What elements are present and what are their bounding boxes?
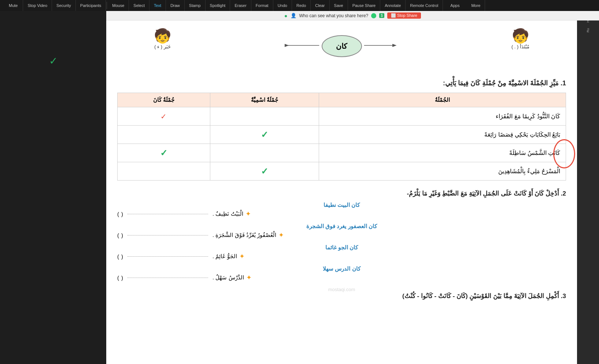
fill-paren-close-3: ) xyxy=(117,275,119,281)
more-label: More xyxy=(471,3,480,8)
security-button[interactable]: Security xyxy=(52,0,76,11)
format-label: Format xyxy=(256,3,269,8)
section2-rows: كان البيت نطيفا✦الْبَيْتُ نَظِيفٌ .()كان… xyxy=(117,202,566,282)
table-row: بَائِعُ الحِكَايَاتِ يَحْكِي قِصَصًا رَا… xyxy=(118,126,566,144)
fill-text-1: الْعُصْفُورُ يُغَرِّدُ فَوْقَ الشَّجَرَة… xyxy=(212,232,276,238)
table-cell-nominal xyxy=(210,144,319,162)
main-content: 🧒 مُبْتَدَأ ( . ) كان 🧒 خَبَر ( ء ) 1. م… xyxy=(106,21,577,364)
figure-right: 🧒 مُبْتَدَأ ( . ) xyxy=(511,28,529,49)
right-sidebar-ru: Ru xyxy=(586,28,590,33)
fill-paren-close-0: ) xyxy=(117,211,119,217)
plus-icon-2: ✦ xyxy=(239,252,245,260)
fill-text-0: الْبَيْتُ نَظِيفٌ . xyxy=(212,211,243,217)
stop-video-button[interactable]: Stop Video xyxy=(23,0,52,11)
text-button[interactable]: Text xyxy=(149,0,166,11)
fill-answer-0: كان البيت نطيفا xyxy=(117,202,566,208)
fill-paren-2: ( xyxy=(121,253,123,260)
spotlight-label: Spotlight xyxy=(210,3,226,8)
label-right: مُبْتَدَأ ( . ) xyxy=(511,44,529,49)
table-cell-sentence: كَانَتِ الشَّمْسُ سَاطِلَةً xyxy=(319,144,566,162)
mute-button[interactable]: Mute xyxy=(4,0,23,11)
table-cell-nominal: ✓ xyxy=(210,126,319,144)
undo-button[interactable]: Undo xyxy=(273,0,292,11)
apps-button[interactable]: Apps xyxy=(443,0,467,11)
stamp-label: Stamp xyxy=(189,3,201,8)
table-cell-sentence: الْمَسْرَحُ مَلِيءٌ بِالْمُشَاهِدِينَ xyxy=(319,162,566,181)
fill-text-2: الجَوُّ غَائِمٌ . xyxy=(212,253,237,260)
table-row: الْمَسْرَحُ مَلِيءٌ بِالْمُشَاهِدِينَ✓ xyxy=(118,162,566,181)
fill-dots-0 xyxy=(127,214,208,214)
annotate-button[interactable]: Annotate xyxy=(380,0,406,11)
text-label: Text xyxy=(154,3,161,8)
table-cell-kana: ✓ xyxy=(118,144,210,162)
table-cell-kana: ✓ xyxy=(118,107,210,126)
fill-dots-2 xyxy=(127,256,208,257)
fill-original-1: ✦الْعُصْفُورُ يُغَرِّدُ فَوْقَ الشَّجَرَ… xyxy=(117,231,566,239)
pause-share-label: Pause Share xyxy=(352,3,376,8)
fill-original-2: ✦الجَوُّ غَائِمٌ .() xyxy=(117,252,566,260)
table-cell-sentence: بَائِعُ الحِكَايَاتِ يَحْكِي قِصَصًا رَا… xyxy=(319,126,566,144)
stop-share-button[interactable]: ⬜ Stop Share xyxy=(387,12,421,19)
plus-icon-3: ✦ xyxy=(246,274,252,282)
watermark: mostaqi.com xyxy=(117,287,566,292)
redo-button[interactable]: Redo xyxy=(292,0,311,11)
pause-share-button[interactable]: Pause Share xyxy=(348,0,381,11)
annotate-label: Annotate xyxy=(385,3,401,8)
left-sidebar: ✓ xyxy=(0,11,106,364)
fill-paren-close-2: ) xyxy=(117,253,119,260)
fill-paren-1: ( xyxy=(121,232,123,238)
remote-control-label: Remote Control xyxy=(410,3,438,8)
fill-answer-2: كان الجو غائما xyxy=(117,244,566,251)
table-cell-nominal: ✓ xyxy=(210,162,319,181)
diagram-oval: كان xyxy=(322,35,362,57)
fill-row-3: كان الدرس سهلا✦الدَّرْسُ سَهْلٌ .() xyxy=(117,265,566,282)
share-green-icon xyxy=(371,13,376,18)
mouse-button[interactable]: Mouse xyxy=(108,0,129,11)
undo-label: Undo xyxy=(278,3,287,8)
apps-label: Apps xyxy=(450,3,459,8)
right-sidebar: Ho Ru xyxy=(577,11,599,364)
diagram-area: 🧒 مُبْتَدَأ ( . ) كان 🧒 خَبَر ( ء ) xyxy=(117,28,566,72)
share-bar: ● 👤 Who can see what you share here? $ ⬜… xyxy=(106,11,599,21)
table-cell-sentence: كَانَ التَّنُّودُ كَرِيمًا مَعَ الفُقَرَ… xyxy=(319,107,566,126)
spotlight-button[interactable]: Spotlight xyxy=(206,0,230,11)
eraser-label: Eraser xyxy=(234,3,246,8)
section1-heading: 1. مَيِّزِ الجُمْلَةَ الاسْمِيَّةَ مِنْ … xyxy=(117,79,566,87)
participants-label: Participants xyxy=(80,3,101,8)
participants-button[interactable]: Participants xyxy=(76,0,106,11)
fill-original-0: ✦الْبَيْتُ نَظِيفٌ .() xyxy=(117,210,566,218)
table-header-sentence: الجُمْلَةُ xyxy=(319,93,566,107)
table-cell-kana xyxy=(118,162,210,181)
table-cell-kana xyxy=(118,126,210,144)
fill-answer-3: كان الدرس سهلا xyxy=(117,265,566,272)
remote-control-button[interactable]: Remote Control xyxy=(406,0,443,11)
table-header-nominal: جُمْلَةٌ اسْمِيَّةٌ xyxy=(210,93,319,107)
fill-row-1: كان العصفور يغرد فوق الشجرة✦الْعُصْفُورُ… xyxy=(117,223,566,239)
save-button[interactable]: Save xyxy=(330,0,348,11)
stop-video-label: Stop Video xyxy=(27,3,47,8)
table-cell-nominal xyxy=(210,107,319,126)
mute-label: Mute xyxy=(9,3,18,8)
figure-left: 🧒 خَبَر ( ء ) xyxy=(154,28,171,49)
label-left: خَبَر ( ء ) xyxy=(154,44,171,49)
figure-right-emoji: 🧒 xyxy=(511,28,529,44)
save-label: Save xyxy=(334,3,343,8)
draw-button[interactable]: Draw xyxy=(166,0,185,11)
select-label: Select xyxy=(133,3,145,8)
select-button[interactable]: Select xyxy=(129,0,149,11)
share-dollar-icon: $ xyxy=(379,13,384,18)
section2-heading: 2. أَدْخِلْ كَانَ أَوْ كَانَتْ عَلَى الج… xyxy=(117,190,566,197)
format-button[interactable]: Format xyxy=(251,0,273,11)
section3-heading: 3. أَكْمِلِ الجُمَلَ الآتِيَةَ مِمَّا بَ… xyxy=(117,292,566,300)
stamp-button[interactable]: Stamp xyxy=(185,0,206,11)
eraser-button[interactable]: Eraser xyxy=(230,0,251,11)
redo-label: Redo xyxy=(296,3,306,8)
plus-icon-0: ✦ xyxy=(245,210,251,218)
fill-row-2: كان الجو غائما✦الجَوُّ غَائِمٌ .() xyxy=(117,244,566,260)
fill-answer-1: كان العصفور يغرد فوق الشجرة xyxy=(117,223,566,230)
clear-button[interactable]: Clear xyxy=(311,0,329,11)
fill-paren-close-1: ) xyxy=(117,232,119,238)
security-label: Security xyxy=(56,3,71,8)
more-button[interactable]: More xyxy=(467,0,485,11)
fill-paren-0: ( xyxy=(121,211,123,217)
